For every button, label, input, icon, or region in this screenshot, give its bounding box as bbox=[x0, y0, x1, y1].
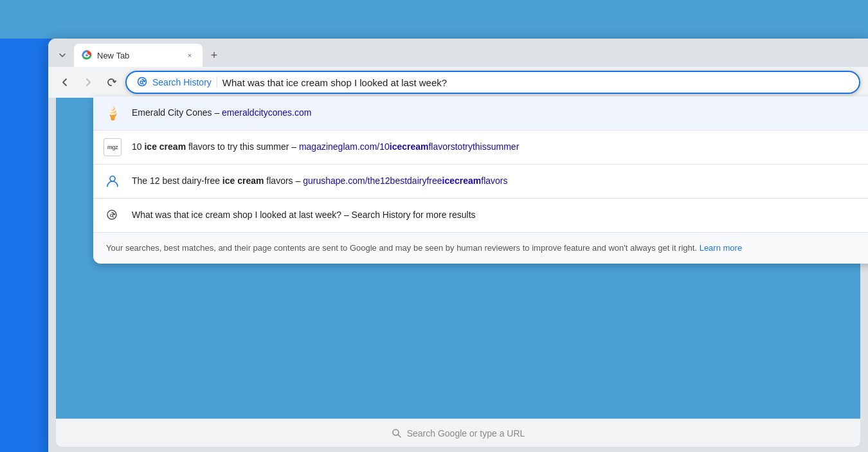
dropdown-item-best-match[interactable]: 🍦 Emerald City Cones – emeraldcitycones.… bbox=[93, 96, 868, 130]
search-history-label: Search History bbox=[152, 77, 212, 87]
guru-text-2: flavors – bbox=[264, 176, 303, 186]
magazine-content: 10 ice cream flavors to try this summer … bbox=[132, 141, 868, 154]
mag-text-2: flavors to try this summer – bbox=[186, 141, 299, 152]
new-tab-button[interactable]: + bbox=[205, 46, 223, 64]
active-tab[interactable]: New Tab × bbox=[74, 44, 203, 67]
tab-title: New Tab bbox=[97, 51, 179, 60]
search-history-more-text: What was that ice cream shop I looked at… bbox=[132, 210, 476, 220]
guru-text-bold: ice cream bbox=[222, 176, 264, 186]
guru-link: gurushape.com/the12bestdairyfreeicecream… bbox=[303, 176, 507, 186]
dropdown-item-guru[interactable]: The 12 best dairy-free ice cream flavors… bbox=[93, 165, 868, 198]
omnibox-wrapper: Search History What was that ice cream s… bbox=[125, 71, 860, 94]
left-panel bbox=[0, 39, 51, 452]
guru-text-1: The 12 best dairy-free bbox=[132, 176, 222, 186]
svg-point-4 bbox=[86, 54, 88, 57]
best-match-text-before: Emerald City Cones – bbox=[132, 107, 222, 118]
back-button[interactable] bbox=[56, 73, 74, 91]
omnibox[interactable]: Search History What was that ice cream s… bbox=[125, 71, 860, 94]
svg-line-11 bbox=[113, 216, 114, 217]
toolbar: Search History What was that ice cream s… bbox=[48, 67, 868, 98]
search-history-icon bbox=[137, 77, 147, 89]
mag-text-bold: ice cream bbox=[144, 141, 186, 152]
new-tab-search-placeholder: Search Google or type a URL bbox=[407, 428, 525, 438]
svg-line-7 bbox=[142, 83, 143, 84]
guru-content: The 12 best dairy-free ice cream flavors… bbox=[132, 175, 868, 188]
dropdown-item-search-history[interactable]: What was that ice cream shop I looked at… bbox=[93, 199, 868, 232]
new-tab-search-bar: Search Google or type a URL bbox=[56, 419, 860, 447]
disclaimer-text: Your searches, best matches, and their p… bbox=[106, 243, 697, 253]
browser-window: New Tab × + bbox=[48, 39, 868, 452]
best-match-link: emeraldcitycones.com bbox=[222, 107, 311, 118]
tab-list-button[interactable] bbox=[53, 46, 71, 64]
disclaimer-box: Your searches, best matches, and their p… bbox=[93, 232, 868, 264]
omnibox-input[interactable]: What was that ice cream shop I looked at… bbox=[222, 77, 849, 88]
tab-close-button[interactable]: × bbox=[185, 50, 195, 60]
omnibox-dropdown: 🍦 Emerald City Cones – emeraldcitycones.… bbox=[93, 96, 868, 264]
dropdown-item-magazine[interactable]: mgz 10 ice cream flavors to try this sum… bbox=[93, 131, 868, 164]
forward-button[interactable] bbox=[79, 73, 97, 91]
mag-link: magazineglam.com/10icecreamflavorstotryt… bbox=[299, 141, 519, 152]
svg-point-8 bbox=[110, 176, 115, 181]
clock-search-icon bbox=[104, 206, 122, 224]
learn-more-link[interactable]: Learn more bbox=[700, 243, 742, 253]
svg-line-13 bbox=[398, 435, 401, 437]
best-match-content: Emerald City Cones – emeraldcitycones.co… bbox=[132, 107, 868, 120]
emerald-city-icon: 🍦 bbox=[104, 104, 122, 122]
reload-button[interactable] bbox=[102, 73, 120, 91]
person-icon bbox=[104, 172, 122, 190]
magazine-favicon: mgz bbox=[104, 138, 122, 156]
omnibox-divider bbox=[217, 77, 217, 88]
mag-text-1: 10 bbox=[132, 141, 144, 152]
search-icon bbox=[392, 428, 402, 438]
search-history-more-content: What was that ice cream shop I looked at… bbox=[132, 209, 868, 222]
chrome-favicon bbox=[82, 50, 92, 60]
svg-point-9 bbox=[107, 210, 116, 219]
tab-bar: New Tab × + bbox=[48, 39, 868, 67]
